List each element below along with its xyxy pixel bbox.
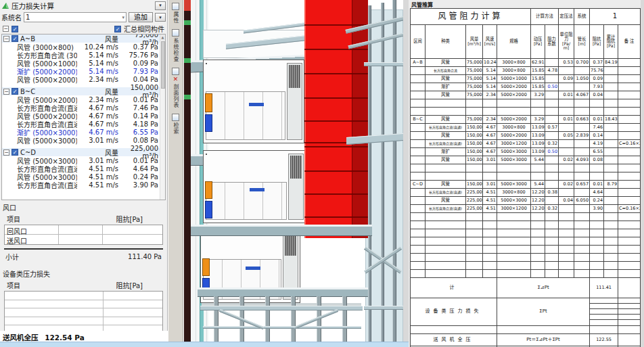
red-duct-front [304, 0, 352, 238]
column-header: 风量 [m³/h] [466, 25, 483, 59]
table-cell [559, 205, 574, 213]
tree-item-velocity: 5.14 m/s [79, 68, 118, 75]
table-cell [483, 108, 497, 116]
wall-beam [364, 62, 403, 66]
table-cell [483, 254, 497, 262]
footer-equipment-notes [618, 298, 641, 326]
table-cell [604, 229, 618, 237]
group-checkbox[interactable] [12, 88, 18, 95]
table-cell [590, 172, 604, 181]
table-cell[interactable]: 0.50 [545, 148, 559, 156]
table-cell [618, 197, 641, 205]
tree-item[interactable]: 长方形直角合流(直通) (3000...4.51 m/s3.90 Pa [2, 181, 165, 189]
side-tab-4[interactable]: 检索 [172, 114, 179, 135]
table-cell [574, 148, 590, 156]
kind-cell: 风管 [426, 59, 466, 67]
equipment-table-header: 项目 阻抗[Pa] [0, 279, 167, 291]
table-cell [483, 164, 497, 172]
table-cell [466, 237, 483, 246]
tree-scrollbar[interactable]: ▲ [160, 34, 165, 200]
table-cell: 4.78 [545, 67, 559, 75]
table-cell [590, 237, 604, 246]
group-checkbox[interactable] [12, 149, 18, 156]
equipment-value-cell[interactable] [104, 300, 162, 308]
equipment-name-cell[interactable] [5, 300, 104, 308]
select-all-checkbox[interactable] [12, 26, 18, 32]
equipment-value-cell[interactable] [104, 325, 162, 331]
collapse-icon[interactable] [3, 89, 9, 95]
table-cell[interactable]: 0.50 [545, 83, 559, 91]
table-cell: 3.01 [483, 181, 497, 189]
summarize-checkbox[interactable] [114, 26, 121, 32]
scroll-up-icon[interactable]: ▲ [160, 34, 165, 41]
collapse-icon[interactable] [3, 36, 9, 42]
group-checkbox[interactable] [12, 35, 18, 42]
table-cell [590, 254, 604, 262]
collapse-all-icon[interactable] [3, 26, 9, 32]
table-cell [531, 229, 545, 237]
table-cell: 3000×800 [497, 59, 531, 67]
table-cell [618, 67, 641, 75]
system-name-combo[interactable]: 1 ▾ [24, 12, 127, 22]
table-cell: 75,000 [466, 75, 483, 83]
chevron-down-icon[interactable]: ▾ [122, 15, 124, 20]
table-cell: 4.67 [483, 124, 497, 132]
panel-menu-button[interactable] [155, 1, 166, 10]
tree-item-velocity: 3.01 m/s [79, 137, 118, 144]
outlet-value-cell[interactable] [103, 235, 162, 244]
equipment-value-cell[interactable] [104, 317, 162, 325]
table-cell: 4.067 [574, 91, 590, 99]
append-menu-button[interactable] [155, 13, 166, 22]
equipment-value-cell[interactable] [104, 308, 162, 317]
kind-cell: 长方形直角合流 [426, 67, 466, 75]
table-cell: 18.43 [604, 116, 618, 124]
table-cell [545, 164, 559, 172]
table-cell [545, 116, 559, 124]
table-cell [483, 213, 497, 221]
side-tab-1[interactable]: 属性 [172, 3, 179, 24]
kind-cell: 长方形直角合流(直通) [426, 140, 466, 148]
append-button[interactable]: 追加 [129, 12, 153, 22]
footer-spacer [411, 326, 497, 334]
mini-row [618, 298, 640, 304]
outlet-value-cell[interactable] [103, 225, 162, 234]
table-cell: 2.34 [483, 116, 497, 124]
tree-item-pressure: 4.18 Pa [120, 120, 158, 128]
side-tab-2[interactable]: 系统检查 [172, 29, 179, 62]
kind-cell [426, 213, 466, 221]
equipment-name-cell[interactable] [5, 292, 104, 300]
app-window: 压力损失计算 系统名 1 ▾ 追加 汇总相同构件 ▲ A~B风量75,00 [0, 0, 644, 347]
column-header: 区间 [411, 25, 426, 59]
side-tab-label: 剖面列表 [172, 84, 179, 108]
table-cell: 5000×3000 [497, 148, 531, 156]
outlet-mid-cell[interactable] [59, 235, 103, 244]
tree-item[interactable]: 风管 (5000×3000)3.01 m/s0.08 Pa [2, 136, 165, 144]
equipment-name-cell[interactable] [5, 308, 104, 317]
equipment-name-cell[interactable] [5, 317, 104, 325]
collapse-icon[interactable] [3, 149, 9, 156]
equipment-name-cell[interactable] [5, 325, 104, 331]
table-cell [604, 246, 618, 254]
duct-resistance-table: 风管阻力计算计算方法定压法系统1区间种类风量 [m³/h]风速 [m/s]规格动… [410, 8, 641, 347]
table-cell [411, 91, 426, 99]
equipment-value-cell[interactable] [104, 292, 162, 300]
table-cell [604, 108, 618, 116]
table-cell [590, 213, 604, 221]
table-cell: 150,000 [466, 156, 483, 164]
tree-item[interactable]: 风管 (5000×2000)2.34 m/s0.04 Pa [2, 75, 165, 83]
mini-row [590, 298, 618, 304]
flow-label: 风量 [105, 147, 118, 158]
table-cell: 62.91 [531, 59, 545, 67]
outlet-mid-cell[interactable] [59, 225, 103, 234]
table-cell: 0.37 [590, 59, 604, 67]
close-icon[interactable]: ✕ [173, 76, 179, 83]
table-cell [531, 237, 545, 246]
table-cell [618, 83, 641, 91]
table-cell: 5.14 [483, 75, 497, 83]
3d-viewport[interactable] [191, 0, 403, 342]
side-tab-3[interactable]: ✕剖面列表 [172, 68, 179, 108]
equipment-section-title: 设备类压力损失 [0, 267, 167, 279]
scrollbar-thumb[interactable] [161, 41, 165, 89]
duct-flange [304, 193, 368, 195]
table-cell [497, 108, 531, 116]
